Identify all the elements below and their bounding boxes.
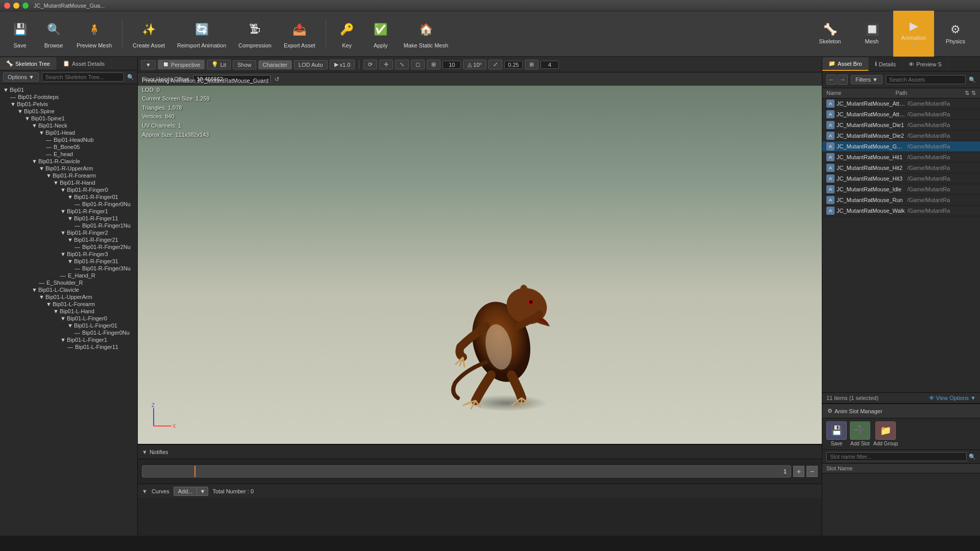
asm-search-input[interactable] (826, 452, 967, 461)
asm-save-button[interactable]: 💾 Save (826, 421, 847, 446)
translate-btn[interactable]: ⤢ (488, 60, 502, 69)
tree-item[interactable]: —Bip01-R-Finger0Nu (0, 201, 137, 208)
browse-button[interactable]: 🔍 Browse (38, 16, 69, 52)
tree-item[interactable]: ▼Bip01-L-Finger0 (0, 315, 137, 322)
asset-list-item[interactable]: AJC_MutantRatMouse_Attack2/Game/MutantRa (822, 109, 980, 120)
tree-item[interactable]: ▼Bip01-R-Finger11 (0, 215, 137, 222)
tree-item[interactable]: ▼Bip01-R-Finger21 (0, 236, 137, 243)
export-asset-button[interactable]: 📤 Export Asset (279, 16, 321, 52)
search-skeleton-input[interactable] (42, 72, 124, 82)
reimport-button[interactable]: 🔄 Reimport Animation (172, 16, 231, 52)
tree-item[interactable]: ▼Bip01 (0, 86, 137, 93)
tree-item[interactable]: ▼Bip01-R-Forearm (0, 172, 137, 179)
animation-tab[interactable]: ▶ Animation ▼ (893, 11, 934, 57)
nav-back-button[interactable]: ← (826, 74, 837, 85)
skeleton-tab[interactable]: 🦴 Skeleton (810, 11, 850, 57)
tree-item[interactable]: ▼Bip01-L-UpperArm (0, 293, 137, 300)
tree-item[interactable]: —Bip01-Footsteps (0, 93, 137, 101)
tree-item[interactable]: ▼Bip01-R-Finger01 (0, 193, 137, 201)
tree-item[interactable]: —Bip01-L-Finger0Nu (0, 329, 137, 336)
asset-details-tab[interactable]: 📋 Asset Details (57, 57, 111, 70)
lit-button[interactable]: 💡 Lit (207, 60, 231, 69)
add-curve-dropdown[interactable]: ▼ (197, 487, 208, 496)
tree-item[interactable]: —E_Shoulder_R (0, 279, 137, 286)
notifies-arrow-icon[interactable]: ▼ (142, 449, 148, 455)
tree-item[interactable]: —E_head (0, 151, 137, 158)
lod-button[interactable]: LOD Auto (294, 60, 328, 69)
tree-item[interactable]: ▼Bip01-R-Finger2 (0, 229, 137, 236)
asset-list-item[interactable]: AJC_MutantRatMouse_Idle/Game/MutantRa (822, 184, 980, 195)
asset-list-item[interactable]: AJC_MutantRatMouse_Hit3/Game/MutantRa (822, 173, 980, 184)
asset-list-item[interactable]: AJC_MutantRatMouse_Guard/Game/MutantRa (822, 141, 980, 152)
grid-button[interactable]: ⊞ (427, 60, 440, 69)
view-mode-button[interactable]: ◻ (411, 60, 425, 69)
asm-add-slot-button[interactable]: ➕ Add Slot (850, 421, 870, 446)
tree-item[interactable]: ▼Bip01-Pelvis (0, 101, 137, 108)
asset-list-item[interactable]: AJC_MutantRatMouse_Run/Game/MutantRa (822, 195, 980, 206)
asset-browser-tab[interactable]: 📁 Asset Bro (822, 57, 869, 71)
key-button[interactable]: 🔑 Key (331, 16, 363, 52)
asset-list-item[interactable]: AJC_MutantRatMouse_Walk/Game/MutantRa (822, 206, 980, 216)
add-curve-button[interactable]: Add... (174, 487, 198, 496)
maximize-button[interactable] (22, 3, 29, 9)
asset-list-item[interactable]: AJC_MutantRatMouse_Hit2/Game/MutantRa (822, 163, 980, 173)
camera-pan-button[interactable]: ✛ (379, 60, 393, 69)
viewport-canvas[interactable]: Floor Height Offset ↺ Previewing Animati… (138, 72, 822, 444)
create-asset-button[interactable]: ✨ Create Asset (128, 16, 170, 52)
speed-button[interactable]: ▶ x1.0 (330, 60, 355, 69)
lod-value-input[interactable] (443, 61, 461, 69)
window-controls[interactable] (4, 3, 29, 9)
tree-item[interactable]: ▼Bip01-Neck (0, 122, 137, 129)
close-button[interactable] (4, 3, 10, 9)
tree-item[interactable]: —B_Bone05 (0, 143, 137, 151)
camera-orbit-button[interactable]: ⟳ (363, 60, 377, 69)
preview-s-tab[interactable]: 👁 Preview S (902, 57, 948, 71)
asset-list-item[interactable]: AJC_MutantRatMouse_Die1/Game/MutantRa (822, 120, 980, 131)
camera-zoom-button[interactable]: ⤡ (395, 60, 409, 69)
tree-item[interactable]: ▼Bip01-L-Forearm (0, 300, 137, 308)
sort-icon[interactable]: ⇅ (965, 90, 969, 96)
tree-item[interactable]: ▼Bip01-R-Hand (0, 179, 137, 186)
grid-input[interactable] (541, 61, 559, 69)
asset-list-item[interactable]: AJC_MutantRatMouse_Die2/Game/MutantRa (822, 131, 980, 141)
tree-item[interactable]: —Bip01-R-Finger1Nu (0, 222, 137, 229)
curves-arrow-icon[interactable]: ▼ (142, 488, 148, 494)
skeleton-tree[interactable]: ▼Bip01—Bip01-Footsteps▼Bip01-Pelvis▼Bip0… (0, 84, 137, 536)
timeline-minus-button[interactable]: − (806, 466, 818, 477)
tree-item[interactable]: ▼Bip01-Spine (0, 108, 137, 115)
asm-add-group-button[interactable]: 📁 Add Group (873, 421, 898, 446)
track-bar[interactable]: 1 (142, 465, 791, 478)
tree-item[interactable]: ▼Bip01-L-Hand (0, 308, 137, 315)
grid-size-btn[interactable]: ⊞ (525, 60, 538, 69)
preview-mesh-button[interactable]: 🧍 Preview Mesh (71, 16, 117, 52)
make-static-mesh-button[interactable]: 🏠 Make Static Mesh (399, 16, 453, 52)
tree-item[interactable]: ▼Bip01-R-Finger3 (0, 251, 137, 258)
save-button[interactable]: 💾 Save (4, 16, 36, 52)
tree-item[interactable]: ▼Bip01-L-Clavicle (0, 286, 137, 293)
floor-height-reset-icon[interactable]: ↺ (275, 76, 279, 83)
options-button[interactable]: Options ▼ (3, 72, 39, 82)
show-button[interactable]: Show (233, 60, 256, 69)
tree-item[interactable]: ▼Bip01-L-Finger01 (0, 322, 137, 329)
apply-button[interactable]: ✅ Apply (365, 16, 397, 52)
tree-item[interactable]: —Bip01-HeadNub (0, 136, 137, 143)
offset-input[interactable] (504, 61, 523, 69)
tree-item[interactable]: ▼Bip01-R-Finger1 (0, 208, 137, 215)
viewport-options-button[interactable]: ▼ (141, 60, 156, 69)
filters-button[interactable]: Filters ▼ (851, 75, 883, 84)
floor-height-input[interactable] (193, 75, 271, 83)
tree-item[interactable]: —E_Hand_R (0, 272, 137, 279)
character-button[interactable]: Character (258, 60, 292, 69)
tree-item[interactable]: —Bip01-R-Finger2Nu (0, 243, 137, 251)
tree-item[interactable]: ▼Bip01-R-UpperArm (0, 165, 137, 172)
mesh-tab[interactable]: 🔲 Mesh (851, 11, 892, 57)
tree-item[interactable]: —Bip01-L-Finger11 (0, 343, 137, 350)
tree-item[interactable]: ▼Bip01-R-Finger31 (0, 258, 137, 265)
asset-search-input[interactable] (886, 75, 966, 84)
details-tab[interactable]: ℹ Details (869, 57, 903, 71)
minimize-button[interactable] (13, 3, 19, 9)
sort2-icon[interactable]: ⇅ (971, 90, 976, 96)
tree-item[interactable]: ▼Bip01-Spine1 (0, 115, 137, 122)
tree-item[interactable]: ▼Bip01-R-Clavicle (0, 158, 137, 165)
tree-item[interactable]: —Bip01-R-Finger3Nu (0, 265, 137, 272)
